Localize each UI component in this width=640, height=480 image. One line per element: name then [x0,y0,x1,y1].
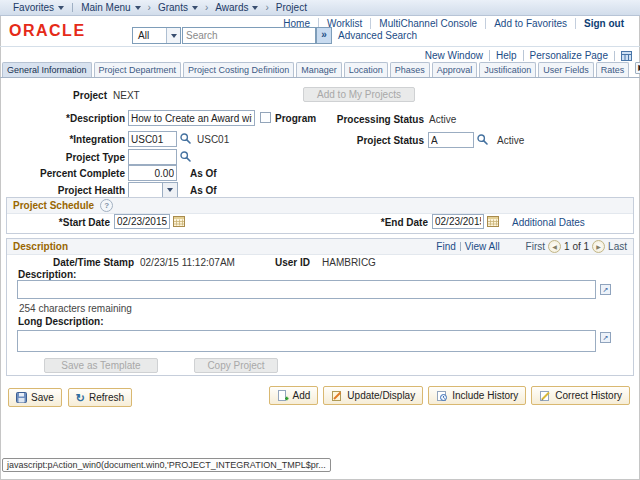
project-health-dropdown-button[interactable] [162,183,177,197]
row-position: 1 of 1 [564,241,589,252]
save-icon [16,392,27,403]
last-label: Last [608,241,627,252]
toolbar-right: Add Update/Display Include History Corre… [269,386,630,405]
refresh-label: Refresh [89,392,124,403]
chevron-down-icon [167,188,173,192]
header-divider [0,46,640,47]
project-label: Project [0,90,107,102]
update-display-button[interactable]: Update/Display [323,386,423,405]
add-button[interactable]: Add [269,386,319,405]
additional-dates-link[interactable]: Additional Dates [512,217,585,228]
project-health-label: Project Health [0,185,125,197]
divider [460,242,461,251]
correct-history-label: Correct History [555,390,622,401]
expand-description-icon[interactable]: ↗ [600,284,611,295]
breadcrumb-divider [72,3,73,12]
project-status-display-value: Active [497,135,524,147]
description-label: *Description [0,113,125,125]
breadcrumb-project[interactable]: Project [271,2,312,13]
copy-project-button[interactable]: Copy Project [194,358,278,373]
breadcrumb-favorites[interactable]: Favorites [8,2,69,13]
percent-complete-label: Percent Complete [0,168,125,180]
tab-phases[interactable]: Phases [390,62,430,77]
toolbar-left: Save ↻ Refresh [8,388,132,407]
project-value: NEXT [113,90,140,102]
search-input[interactable] [182,27,316,44]
nav-add-to-favorites-link[interactable]: Add to Favorites [485,18,575,29]
program-checkbox[interactable] [260,112,271,123]
pagebar: New Window Help Personalize Page [419,50,632,61]
expand-long-description-icon[interactable]: ↗ [600,332,611,343]
help-link[interactable]: Help [489,50,523,61]
integration-lookup-icon[interactable] [180,133,191,144]
new-window-link[interactable]: New Window [419,50,489,61]
include-history-icon [436,390,448,402]
tab-location[interactable]: Location [344,62,388,77]
next-row-icon[interactable]: ▶ [592,240,605,253]
breadcrumb: Favorites Main Menu › Grants › Awards › … [0,0,640,16]
find-link[interactable]: Find [436,241,455,252]
nav-sign-out-link[interactable]: Sign out [575,18,632,29]
search-go-button[interactable]: » [316,27,332,44]
breadcrumb-grants-label: Grants [158,2,188,13]
breadcrumb-main-menu-label: Main Menu [81,2,130,13]
tab-bar: General Information Project Department P… [0,62,640,78]
long-description-textarea[interactable] [17,330,596,352]
search-scope-select[interactable]: All [132,27,181,44]
oracle-logo: ORACLE [9,22,86,40]
personalize-grid-icon[interactable] [614,51,632,61]
save-button[interactable]: Save [8,388,62,407]
tab-approval[interactable]: Approval [432,62,478,77]
breadcrumb-grants[interactable]: Grants [153,2,203,13]
previous-row-icon[interactable]: ◀ [548,240,561,253]
view-all-link[interactable]: View All [465,241,500,252]
percent-as-of-label: As Of [190,168,217,180]
project-type-label: Project Type [0,152,125,164]
status-tooltip: javascript:pAction_win0(document.win0,'P… [2,458,331,472]
tab-rates[interactable]: Rates [596,62,630,77]
first-label: First [526,241,545,252]
breadcrumb-separator: › [205,2,208,13]
breadcrumb-main-menu[interactable]: Main Menu [76,2,145,13]
tab-project-costing-definition[interactable]: Project Costing Definition [183,62,294,77]
description-input[interactable] [128,110,255,126]
add-label: Add [293,390,311,401]
end-date-calendar-icon[interactable] [487,215,500,227]
user-id-label: User ID [230,257,310,269]
include-history-button[interactable]: Include History [428,386,526,405]
tab-general-information[interactable]: General Information [2,62,92,77]
help-icon[interactable]: ? [100,199,113,212]
project-status-input[interactable] [428,132,474,148]
tab-project-department[interactable]: Project Department [94,62,182,77]
project-type-lookup-icon[interactable] [180,151,191,162]
end-date-label: *End Date [330,217,428,229]
tab-user-fields[interactable]: User Fields [538,62,594,77]
project-type-input[interactable] [128,149,177,165]
correct-history-icon [539,390,551,402]
processing-status-value: Active [429,114,456,126]
chars-remaining-text: 254 characters remaining [19,303,132,315]
advanced-search-link[interactable]: Advanced Search [338,30,417,41]
integration-input[interactable] [128,131,177,147]
save-as-template-button[interactable]: Save as Template [44,358,158,373]
add-to-my-projects-button[interactable]: Add to My Projects [303,87,415,102]
refresh-button[interactable]: ↻ Refresh [68,388,132,407]
start-date-calendar-icon[interactable] [173,215,186,227]
tab-manager[interactable]: Manager [296,62,342,77]
project-health-select[interactable] [128,182,178,198]
show-more-tabs-icon[interactable]: ▶ [635,62,640,74]
personalize-page-link[interactable]: Personalize Page [523,50,614,61]
correct-history-button[interactable]: Correct History [531,386,630,405]
percent-complete-input[interactable] [128,165,177,181]
breadcrumb-awards[interactable]: Awards [210,2,263,13]
search-scope-dropdown-button[interactable] [166,28,180,43]
description-textarea[interactable] [17,280,596,299]
start-date-input[interactable] [114,214,170,229]
save-label: Save [31,392,54,403]
tab-justification[interactable]: Justification [479,62,536,77]
end-date-input[interactable] [432,214,484,229]
project-status-lookup-icon[interactable] [477,134,488,145]
nav-multichannel-console-link[interactable]: MultiChannel Console [370,18,485,29]
project-status-label: Project Status [300,135,424,147]
breadcrumb-awards-label: Awards [215,2,248,13]
